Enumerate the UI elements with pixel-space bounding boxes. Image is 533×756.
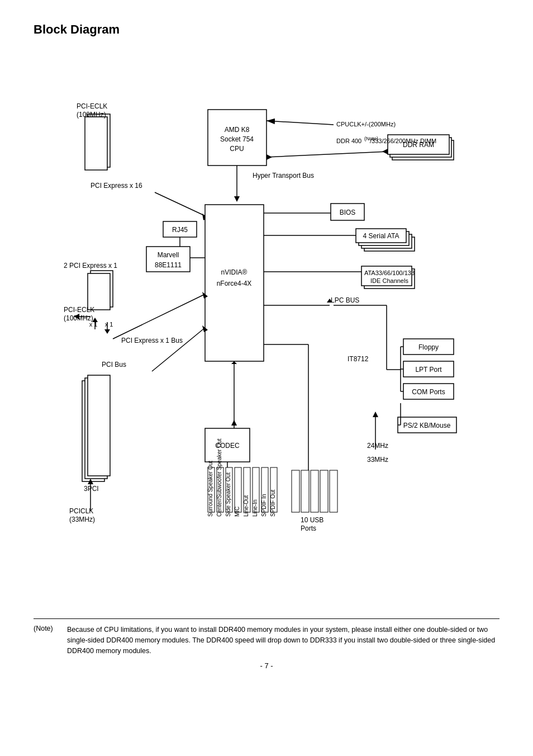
mhz33-label: 33MHz [367,456,388,464]
lpc-bus-label: LPC BUS [331,296,359,304]
pci-bus-label: PCI Bus [102,361,126,368]
pci-exp-x1-label: 2 PCI Express x 1 [64,262,117,270]
pci-eclk-mid-label: PCI-ECLK [64,306,94,314]
cpuclk-label: CPUCLK+/-(200MHz) [336,121,396,127]
ports-label: Ports [301,525,316,532]
socket-label: Socket 754 [220,135,254,143]
ide-label: IDE Channels [370,277,408,284]
svg-rect-77 [301,470,309,512]
rj45-label: RJ45 [172,226,188,234]
note-section: (Note) Because of CPU limitations, if yo… [34,618,499,656]
svg-marker-9 [234,196,240,202]
page-number: - 7 - [34,662,499,670]
lpt-port-label: LPT Port [415,366,442,374]
spdif-out-label: SPDIF Out [270,489,276,517]
pciclk2-label: (33MHz) [69,516,95,523]
ddr-spec-label: DDR 400 [336,138,361,144]
page-title: Block Diagram [34,22,499,37]
surround-label: Surround Speaker Out [207,461,213,517]
svg-rect-78 [311,470,318,512]
note-label: (Note) [34,625,61,656]
svg-line-4 [266,152,388,157]
svg-rect-60 [88,375,110,476]
svg-marker-5 [266,154,272,160]
note-text: Because of CPU limitations, if you want … [67,625,499,656]
pci-eclk-top-label2: (100MHz) [77,111,106,119]
nvidia-label: nVIDIA® [221,268,248,276]
svg-marker-55 [373,412,378,417]
usb-label: 10 USB [301,516,323,524]
svg-rect-79 [320,470,328,512]
svg-marker-65 [231,420,237,426]
amd-label: AMD K8 [225,126,250,134]
marvell-label: Marvell [158,251,179,259]
svg-rect-11 [85,117,107,170]
svg-line-37 [113,294,205,339]
com-ports-label: COM Ports [412,388,445,396]
mhz24-label: 24MHz [367,442,388,450]
it8712-label: IT8712 [348,355,369,363]
ata-label: ATA33/66/100/133 [364,270,415,276]
line-out-label: Line-Out [243,495,249,517]
marvell2-label: 88E1111 [155,261,182,269]
center-label: Center/Subwoofer Speaker Out [216,438,222,517]
line-in-label: Line-In [252,499,258,517]
svg-line-3 [266,121,334,125]
svg-rect-30 [88,273,110,310]
nforce-label: nForce4-4X [217,280,252,287]
pciclk-label: PCICLK [69,507,93,515]
spdif-in-label: SPDIF In [261,494,267,517]
svg-rect-70 [235,467,241,512]
x1-right-label: x 1 [105,321,113,328]
hyper-transport-label: Hyper Transport Bus [253,172,314,179]
svg-marker-36 [104,329,110,334]
pci-express-bus-label: PCI Express x 1 Bus [121,337,183,344]
side-label: Side Speaker Out [225,472,231,517]
ps2-label: PS/2 KB/Mouse [403,422,451,429]
cpu-label: CPU [230,145,244,153]
mic-label: MIC [234,507,240,517]
ddr-spec-label2: /333/266/200MHz DIMM [370,138,436,144]
svg-marker-6 [382,149,388,154]
3pci-label: 3PCI [84,485,99,493]
pci-express-16-label: PCI Express x 16 [91,182,142,190]
bios-label: BIOS [340,209,356,216]
svg-rect-76 [292,470,299,512]
svg-rect-80 [330,470,337,512]
svg-line-56 [152,328,205,371]
svg-line-12 [155,192,205,216]
block-diagram: DDR RAM DDR 400 (Note) /333/266/200MHz D… [35,48,498,607]
pci-eclk-top-label: PCI-ECLK [77,102,107,110]
floppy-label: Floppy [418,343,439,351]
serial-ata-label: 4 Serial ATA [363,232,399,240]
